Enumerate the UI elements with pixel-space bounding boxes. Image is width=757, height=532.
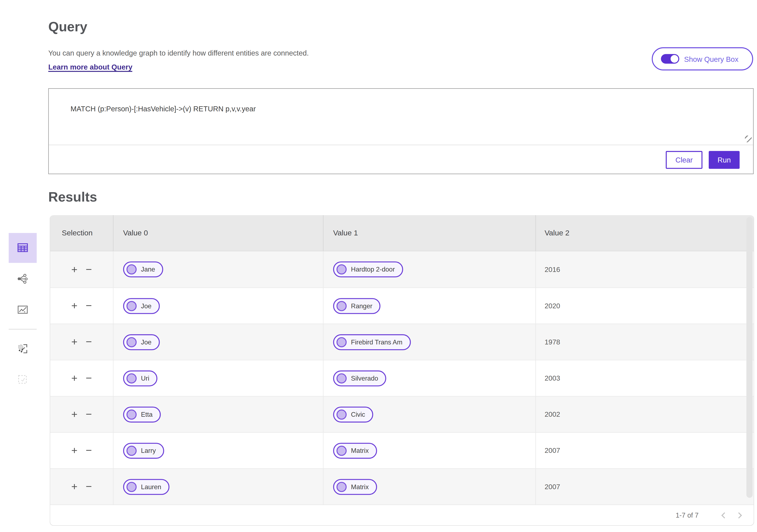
remove-selection-button[interactable]: −: [86, 409, 92, 420]
entity-pill[interactable]: Ranger: [333, 298, 380, 314]
toggle-knob: [671, 55, 679, 63]
table-row: + − Larry Matrix 2007: [50, 432, 754, 468]
selection-cell: + −: [50, 288, 113, 324]
sidebar-item-table-view[interactable]: [9, 233, 37, 263]
add-selection-button[interactable]: +: [71, 300, 77, 311]
add-selection-button[interactable]: +: [71, 482, 77, 492]
node-circle-icon: [337, 337, 347, 347]
run-button[interactable]: Run: [709, 151, 740, 169]
entity-pill[interactable]: Firebird Trans Am: [333, 334, 410, 350]
learn-more-link[interactable]: Learn more about Query: [48, 63, 132, 72]
chevron-left-icon: [721, 512, 727, 518]
entity-label: Matrix: [351, 447, 369, 454]
node-circle-icon: [127, 409, 136, 419]
entity-pill[interactable]: Hardtop 2-door: [333, 262, 403, 277]
value2-cell: 2002: [535, 396, 754, 432]
entity-pill[interactable]: Matrix: [333, 443, 377, 459]
year-value: 2007: [545, 447, 560, 454]
toggle-switch-icon[interactable]: [661, 54, 679, 64]
selection-cell: + −: [50, 324, 113, 360]
table-row: + − Etta Civic 2002: [50, 396, 754, 432]
value1-cell: Civic: [323, 396, 535, 432]
entity-pill[interactable]: Joe: [123, 298, 160, 314]
remove-selection-button[interactable]: −: [86, 264, 92, 275]
entity-pill[interactable]: Larry: [123, 443, 164, 459]
value0-cell: Larry: [113, 433, 323, 468]
remove-selection-button[interactable]: −: [86, 482, 92, 492]
query-page: Query You can query a knowledge graph to…: [0, 0, 757, 532]
remove-selection-button[interactable]: −: [86, 300, 92, 311]
value0-cell: Joe: [113, 288, 323, 324]
remove-selection-button[interactable]: −: [86, 373, 92, 383]
pagination-range: 1-7 of 7: [676, 511, 699, 519]
year-value: 2020: [545, 302, 560, 310]
previous-page-button[interactable]: [717, 508, 731, 522]
sidebar-divider: [9, 329, 37, 329]
sidebar-item-graph-view[interactable]: [9, 264, 37, 294]
node-circle-icon: [127, 301, 136, 311]
entity-pill[interactable]: Jane: [123, 262, 163, 277]
clear-button[interactable]: Clear: [666, 151, 703, 169]
value1-cell: Silverado: [323, 360, 535, 396]
show-query-box-toggle[interactable]: Show Query Box: [652, 47, 753, 70]
value2-cell: 2003: [535, 360, 754, 396]
table-row: + − Joe Ranger 2020: [50, 287, 754, 323]
graph-view-icon: [17, 273, 28, 285]
add-selection-button[interactable]: +: [71, 373, 77, 383]
add-selection-button[interactable]: +: [71, 264, 77, 275]
remove-selection-button[interactable]: −: [86, 337, 92, 347]
sidebar-item-marquee-selection: [9, 365, 37, 395]
remove-selection-button[interactable]: −: [86, 445, 92, 456]
entity-label: Hardtop 2-door: [351, 266, 395, 273]
value0-cell: Lauren: [113, 469, 323, 505]
entity-pill[interactable]: Joe: [123, 334, 160, 350]
toggle-label: Show Query Box: [684, 55, 739, 63]
node-circle-icon: [127, 482, 136, 492]
entity-pill[interactable]: Lauren: [123, 479, 169, 494]
entity-pill[interactable]: Civic: [333, 406, 373, 422]
marquee-selection-icon: [17, 374, 28, 385]
query-actions: Clear Run: [49, 145, 753, 174]
table-footer: 1-7 of 7: [50, 505, 754, 525]
entity-pill[interactable]: Uri: [123, 370, 158, 386]
node-circle-icon: [337, 482, 347, 492]
entity-label: Lauren: [141, 483, 161, 490]
entity-label: Civic: [351, 411, 365, 418]
column-header-value0: Value 0: [113, 215, 323, 251]
view-switcher-sidebar: [9, 233, 37, 395]
table-row: + − Uri Silverado 2003: [50, 360, 754, 396]
column-header-value2: Value 2: [535, 215, 754, 251]
node-circle-icon: [337, 373, 347, 383]
table-scrollbar[interactable]: [746, 217, 753, 498]
node-circle-icon: [337, 265, 347, 274]
resize-handle-icon[interactable]: [745, 136, 752, 142]
node-circle-icon: [337, 409, 347, 419]
entity-pill[interactable]: Etta: [123, 406, 161, 422]
selection-cell: + −: [50, 469, 113, 505]
entity-pill[interactable]: Silverado: [333, 370, 386, 386]
page-title: Query: [48, 19, 87, 35]
next-page-button[interactable]: [732, 508, 746, 522]
node-circle-icon: [127, 445, 136, 456]
entity-label: Matrix: [351, 483, 369, 490]
year-value: 2016: [545, 266, 560, 273]
query-input[interactable]: MATCH (p:Person)-[:HasVehicle]->(v) RETU…: [49, 89, 753, 145]
entity-pill[interactable]: Matrix: [333, 479, 377, 494]
add-selection-button[interactable]: +: [71, 337, 77, 347]
entity-label: Larry: [141, 447, 156, 454]
column-header-value1: Value 1: [323, 215, 535, 251]
add-selection-button[interactable]: +: [71, 409, 77, 420]
value1-cell: Matrix: [323, 469, 535, 505]
query-text: MATCH (p:Person)-[:HasVehicle]->(v) RETU…: [71, 105, 256, 113]
value0-cell: Etta: [113, 396, 323, 432]
sidebar-item-chart-view[interactable]: [9, 295, 37, 324]
table-row: + − Joe Firebird Trans Am 1978: [50, 324, 754, 360]
add-selection-button[interactable]: +: [71, 445, 77, 456]
sidebar-item-graph-selection[interactable]: [9, 334, 37, 364]
value1-cell: Matrix: [323, 433, 535, 468]
value0-cell: Uri: [113, 360, 323, 396]
graph-selection-icon: [17, 343, 28, 354]
results-title: Results: [48, 190, 97, 205]
chevron-right-icon: [736, 512, 742, 518]
table-row: + − Jane Hardtop 2-door 2016: [50, 251, 754, 287]
